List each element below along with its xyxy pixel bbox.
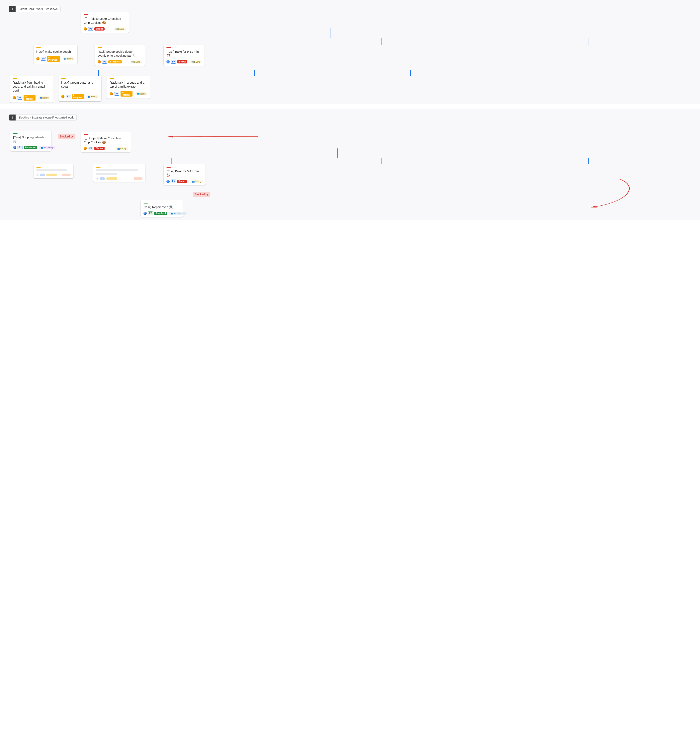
- status-bar: [13, 78, 17, 79]
- status-chip: Blocked: [94, 147, 104, 150]
- status-chip: Blocked: [177, 60, 187, 63]
- status-bar: [36, 47, 41, 48]
- card-title: [ Project] Make Chocolate Chip Cookies 🍪: [84, 136, 128, 144]
- card-title: [Task] Mix in 2 eggs and a tsp of vanill…: [110, 81, 147, 89]
- blocked-by-label-1: Blocked by: [58, 134, 75, 139]
- project-doc-icon: [85, 18, 87, 20]
- person-icon: 👥: [41, 147, 43, 148]
- panel-blocking: 2 Blocking - Escalate stopped/not starte…: [0, 109, 700, 220]
- avatar: [144, 212, 147, 215]
- person-icon: 👥: [171, 212, 173, 214]
- priority-chip: P2: [148, 211, 153, 215]
- avatar: [84, 147, 87, 150]
- card-project-root[interactable]: [ Project] Make Chocolate Chip Cookies 🍪…: [81, 12, 129, 33]
- card-title: [ Project] Make Chocolate Chip Cookies 🍪: [84, 17, 126, 25]
- person-icon: 👥: [88, 95, 90, 98]
- status-placeholder: [46, 173, 57, 176]
- status-bar: [98, 47, 102, 48]
- avatar: [13, 146, 16, 149]
- card-skeleton-1[interactable]: [34, 164, 73, 178]
- card-mix-eggs[interactable]: [Task] Mix in 2 eggs and a tsp of vanill…: [107, 76, 150, 98]
- team-tag: 👥Baking: [130, 60, 142, 63]
- status-bar: [36, 167, 41, 167]
- status-chip: In Progress: [23, 95, 35, 101]
- tag-placeholder: [134, 177, 142, 180]
- section-title-1: Parent Child - Work Breakdown: [16, 6, 61, 12]
- priority-placeholder: [100, 177, 105, 180]
- card-shop-ingredients[interactable]: [Task] Shop ingredients 🛒 P1 Completed 👥…: [10, 131, 51, 151]
- tag-placeholder: [62, 173, 70, 176]
- avatar-placeholder: [36, 174, 39, 176]
- priority-chip: P0: [171, 179, 176, 183]
- card-title: [Task] Scoop cookie dough evenly onto a …: [98, 50, 142, 58]
- priority-placeholder: [40, 173, 45, 176]
- section-title-2: Blocking - Escalate stopped/not started …: [16, 114, 76, 120]
- avatar: [84, 27, 87, 31]
- priority-chip: P1: [17, 96, 22, 100]
- priority-chip: P0: [41, 57, 46, 61]
- team-tag: 👥Baking: [191, 180, 203, 183]
- panel-parent-child: 1 Parent Child - Work Breakdown [ Projec…: [0, 0, 700, 104]
- person-icon: 👥: [40, 97, 41, 99]
- person-icon: 👥: [192, 181, 194, 182]
- status-bar: [61, 78, 66, 79]
- priority-chip: P1: [66, 95, 71, 98]
- section-number-1: 1: [9, 6, 16, 12]
- status-bar: [110, 78, 114, 79]
- priority-chip: P0: [171, 60, 176, 64]
- card-bake[interactable]: [Task] Bake for 9-11 min ⏰ P0 Blocked 👥B…: [164, 45, 204, 66]
- team-tag: 👥Baking: [62, 57, 75, 60]
- status-bar: [13, 133, 18, 134]
- team-tag: 👥Baking: [135, 92, 147, 95]
- person-icon: 👥: [115, 28, 117, 30]
- section-number-2: 2: [9, 114, 16, 120]
- avatar: [13, 96, 16, 99]
- card-title: [Task] Shop ingredients 🛒: [13, 135, 48, 144]
- status-chip: Blocked: [177, 180, 187, 183]
- avatar: [110, 92, 113, 95]
- person-icon: 👥: [191, 61, 193, 63]
- avatar: [61, 95, 65, 98]
- status-bar: [144, 203, 148, 204]
- card-cream-butter[interactable]: [Task] Cream butter and sugar P1 In Prog…: [59, 76, 101, 101]
- priority-chip: P1: [18, 146, 23, 149]
- priority-chip: P0: [88, 27, 93, 31]
- status-bar: [84, 15, 88, 15]
- team-tag: 👥Purchasing: [39, 146, 55, 149]
- section-header-2: 2 Blocking - Escalate stopped/not starte…: [9, 114, 697, 120]
- card-repair-oven[interactable]: [Task] Repair oven 🛠️ P2 Completed 👥Main…: [141, 200, 183, 217]
- priority-chip: P1: [102, 60, 107, 64]
- status-chip: In Progress: [72, 94, 84, 99]
- card-title: [Task] Cream butter and sugar: [61, 81, 98, 89]
- status-chip: Blocked: [94, 27, 104, 31]
- avatar: [166, 60, 170, 63]
- status-chip: In Progress: [47, 56, 60, 62]
- team-tag: 👥Baking: [114, 28, 126, 31]
- team-tag: 👥Baking: [116, 147, 128, 150]
- person-icon: 👥: [131, 61, 133, 63]
- card-title: [Task] Repair oven 🛠️: [144, 205, 180, 209]
- card-project-root-2[interactable]: [ Project] Make Chocolate Chip Cookies 🍪…: [81, 132, 131, 152]
- card-title: [Task] Make cookie dough: [36, 50, 75, 54]
- avatar: [36, 57, 40, 60]
- card-mix-flour[interactable]: [Task] Mix flour, baking soda, and salt …: [10, 76, 53, 103]
- project-doc-icon: [85, 137, 87, 139]
- status-placeholder: [106, 177, 117, 180]
- person-icon: 👥: [117, 147, 119, 150]
- avatar: [166, 180, 170, 183]
- card-make-dough[interactable]: [Task] Make cookie dough P0 In Progress …: [34, 45, 78, 64]
- status-bar: [166, 167, 171, 167]
- card-skeleton-2[interactable]: [93, 164, 145, 182]
- card-bake-2[interactable]: [Task] Bake for 9-11 min ⏰ P0 Blocked 👥B…: [164, 164, 205, 185]
- card-title: [Task] Bake for 9-11 min ⏰: [166, 169, 203, 178]
- priority-chip: P0: [88, 147, 93, 150]
- priority-chip: P1: [114, 92, 119, 95]
- card-title: [Task] Mix flour, baking soda, and salt …: [13, 81, 50, 93]
- status-bar: [166, 47, 171, 48]
- person-icon: 👥: [136, 93, 138, 95]
- card-title: [Task] Bake for 9-11 min ⏰: [166, 50, 202, 58]
- blocked-by-label-2: Blocked by: [193, 192, 210, 197]
- card-scoop-dough[interactable]: [Task] Scoop cookie dough evenly onto a …: [95, 45, 145, 66]
- avatar: [98, 60, 101, 63]
- team-tag: 👥Baking: [190, 60, 202, 63]
